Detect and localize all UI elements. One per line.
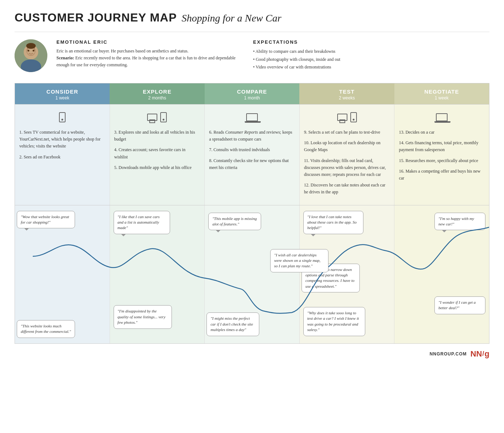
phase-name-compare: COMPARE bbox=[208, 88, 296, 95]
scenario-label: Scenario: bbox=[56, 55, 74, 60]
phase-header-compare: COMPARE 1 month bbox=[205, 83, 299, 104]
expectation-item: Ability to compare cars and their breakd… bbox=[253, 48, 489, 56]
persona-section: EMOTIONAL ERIC Eric is an emotional car … bbox=[15, 32, 489, 72]
bubble-consider-negative: "This website looks much different from … bbox=[17, 320, 75, 338]
step-item: 13. Decides on a car bbox=[399, 129, 485, 136]
steps-explore: 3. Explores site and looks at all vehicl… bbox=[114, 129, 200, 171]
expectation-item: Good photography with closeups, inside a… bbox=[253, 56, 489, 64]
device-icons-test bbox=[304, 110, 390, 125]
phase-duration-negotiate: 1 week bbox=[398, 95, 485, 101]
laptop-icon bbox=[436, 113, 448, 121]
bubble-compare-positive: "This mobile app is missing alot of feat… bbox=[208, 213, 261, 231]
steps-consider: 1. Sees TV commerical for a website, You… bbox=[19, 129, 105, 161]
steps-compare: 6. Reads Consumer Reports and reviews; k… bbox=[209, 129, 295, 171]
bubble-negotiate-negative: "I wonder if I can get a better deal?" bbox=[434, 296, 485, 314]
bubble-compare-mid: "I wish all car dealerships were shown o… bbox=[270, 249, 328, 272]
phase-header-explore: EXPLORE 2 months bbox=[110, 83, 204, 104]
step-item: 6. Reads Consumer Reports and reviews; k… bbox=[209, 129, 295, 143]
title-section: CUSTOMER JOURNEY MAP Shopping for a New … bbox=[15, 11, 489, 24]
bubble-test-negative: "Why does it take sooo long to test driv… bbox=[303, 307, 365, 336]
device-icons-compare bbox=[209, 110, 295, 125]
phase-header-negotiate: NEGOTIATE 1 week bbox=[394, 83, 489, 104]
bubble-consider-positive: "Wow that website looks great for car sh… bbox=[17, 211, 75, 229]
svg-point-7 bbox=[26, 43, 36, 49]
phone-icon bbox=[160, 112, 167, 122]
phase-col-explore: 3. Explores site and looks at all vehicl… bbox=[110, 105, 205, 205]
step-item: 15. Researches more, specifically about … bbox=[399, 157, 485, 164]
expectations-list: Ability to compare cars and their breakd… bbox=[253, 48, 489, 71]
device-icons-negotiate bbox=[399, 110, 485, 125]
phase-header-test: TEST 2 weeks bbox=[299, 83, 394, 104]
persona-description: Eric is an emotional car buyer. He purch… bbox=[56, 48, 239, 69]
bubble-negotiate-positive: "I'm so happy with my new car!" bbox=[434, 213, 485, 231]
phase-col-test: 9. Selects a set of cars he plans to tes… bbox=[300, 105, 395, 205]
emotion-col-explore: "I like that I can save cars and a list … bbox=[110, 205, 205, 343]
phone-icon bbox=[59, 112, 66, 122]
footer: NNGROUP.COM NN/g bbox=[15, 346, 489, 359]
phase-name-negotiate: NEGOTIATE bbox=[398, 88, 485, 95]
device-icons-explore bbox=[114, 110, 200, 125]
phone-icon bbox=[350, 112, 357, 122]
persona-scenario: Eric recently moved to the area. He is s… bbox=[56, 55, 236, 67]
steps-test: 9. Selects a set of cars he plans to tes… bbox=[304, 129, 390, 196]
phase-header-consider: CONSIDER 1 week bbox=[15, 83, 110, 104]
phase-col-consider: 1. Sees TV commerical for a website, You… bbox=[15, 105, 110, 205]
expectation-item: Video overview of car with demonstration… bbox=[253, 63, 489, 71]
step-item: 7. Consults with trusted indviduals bbox=[209, 146, 295, 153]
device-icons-consider bbox=[19, 110, 105, 125]
phase-headers: CONSIDER 1 week EXPLORE 2 months COMPARE… bbox=[15, 83, 489, 104]
emotion-col-compare: "This mobile app is missing alot of feat… bbox=[205, 205, 300, 343]
step-item: 1. Sees TV commerical for a website, You… bbox=[19, 129, 105, 150]
step-item: 12. Discovers he can take notes about ea… bbox=[304, 182, 390, 196]
desktop-icon bbox=[337, 114, 347, 121]
steps-negotiate: 13. Decides on a car 14. Gets financing … bbox=[399, 129, 485, 182]
expectations-section: EXPECTATIONS Ability to compare cars and… bbox=[253, 39, 489, 71]
main-subtitle: Shopping for a New Car bbox=[182, 12, 281, 24]
phase-duration-explore: 2 months bbox=[113, 95, 201, 101]
bubble-explore-negative: "I'm disappointed by the quality of some… bbox=[114, 305, 172, 328]
step-item: 9. Selects a set of cars he plans to tes… bbox=[304, 129, 390, 136]
nn-logo: NN/g bbox=[470, 349, 489, 359]
phase-name-explore: EXPLORE bbox=[113, 88, 201, 95]
laptop-icon bbox=[246, 113, 258, 121]
desktop-icon bbox=[147, 114, 157, 121]
step-item: 14. Gets financing terms, total price, m… bbox=[399, 139, 485, 153]
journey-map: CONSIDER 1 week EXPLORE 2 months COMPARE… bbox=[15, 83, 489, 344]
step-item: 5. Downloads mobile app while at his off… bbox=[114, 164, 200, 171]
persona-name: EMOTIONAL ERIC bbox=[56, 39, 239, 45]
phase-name-consider: CONSIDER bbox=[19, 88, 106, 95]
phase-duration-compare: 1 month bbox=[208, 95, 296, 101]
main-title: CUSTOMER JOURNEY MAP bbox=[15, 11, 177, 24]
phase-content-row: 1. Sees TV commerical for a website, You… bbox=[15, 104, 489, 205]
emotion-col-consider: "Wow that website looks great for car sh… bbox=[15, 205, 110, 343]
avatar bbox=[15, 39, 47, 72]
bubble-test-positive: "I love that I can take notes about thes… bbox=[303, 211, 363, 234]
emotion-section: "Wow that website looks great for car sh… bbox=[15, 205, 489, 343]
step-item: 8. Constantly checks site for new option… bbox=[209, 157, 295, 171]
persona-info: EMOTIONAL ERIC Eric is an emotional car … bbox=[56, 39, 239, 69]
bubble-explore-positive: "I like that I can save cars and a list … bbox=[114, 211, 170, 234]
phase-duration-consider: 1 week bbox=[19, 95, 106, 101]
step-item: 10. Looks up location of each dealership… bbox=[304, 139, 390, 153]
emotion-col-test: "I love that I can take notes about thes… bbox=[300, 205, 395, 343]
footer-brand: NNGROUP.COM bbox=[430, 351, 467, 357]
step-item: 3. Explores site and looks at all vehicl… bbox=[114, 129, 200, 143]
bubble-compare-negative: "I might miss the perfect car if I don't… bbox=[206, 312, 259, 336]
emotion-col-negotiate: "I'm so happy with my new car!" "I wonde… bbox=[394, 205, 489, 343]
nn-logo-text: NN bbox=[470, 349, 482, 359]
expectations-title: EXPECTATIONS bbox=[253, 39, 489, 45]
svg-point-6 bbox=[33, 50, 35, 52]
step-item: 2. Sees ad on Facebook bbox=[19, 154, 105, 161]
step-item: 4. Creates account; saves favorite cars … bbox=[114, 146, 200, 160]
phase-col-negotiate: 13. Decides on a car 14. Gets financing … bbox=[394, 105, 489, 205]
step-item: 11. Visits dealership; fills out lead ca… bbox=[304, 157, 390, 178]
phase-name-test: TEST bbox=[303, 88, 390, 95]
step-item: 16. Makes a competing offer and buys his… bbox=[399, 168, 485, 182]
phase-duration-test: 2 weeks bbox=[303, 95, 390, 101]
svg-point-5 bbox=[28, 50, 29, 52]
phase-col-compare: 6. Reads Consumer Reports and reviews; k… bbox=[205, 105, 300, 205]
